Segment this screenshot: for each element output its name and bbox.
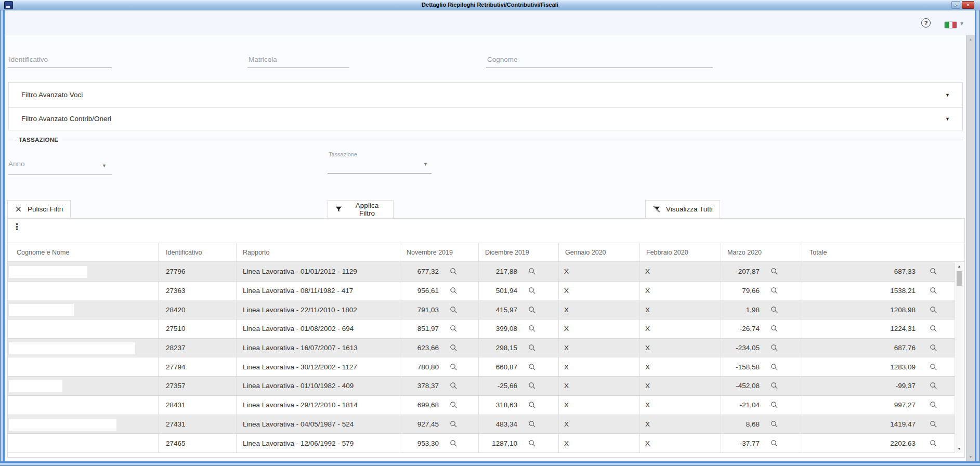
- search-icon[interactable]: [770, 286, 779, 295]
- search-icon[interactable]: [770, 381, 779, 390]
- search-icon[interactable]: [770, 267, 779, 276]
- search-icon[interactable]: [528, 420, 537, 429]
- redacted-name-box: [9, 304, 74, 316]
- search-icon[interactable]: [929, 401, 938, 409]
- kebab-menu-icon[interactable]: ⋮: [12, 222, 21, 231]
- visualizza-tutti-button[interactable]: Visualizza Tutti: [645, 200, 720, 218]
- matricola-input[interactable]: [247, 51, 349, 68]
- column-header-cognome-nome[interactable]: Cognome e Nome: [8, 243, 159, 261]
- search-icon[interactable]: [449, 267, 458, 276]
- cell-value: -234,05: [721, 344, 760, 352]
- search-icon[interactable]: [770, 343, 779, 352]
- window-border-right: [975, 10, 980, 461]
- search-icon[interactable]: [528, 439, 537, 448]
- cell-dicembre-2019: 483,34: [479, 415, 559, 434]
- search-icon[interactable]: [449, 363, 458, 371]
- column-header-dicembre-2019[interactable]: Dicembre 2019: [479, 243, 559, 261]
- table-row: 27357Linea Lavorativa - 01/10/1982 - 409…: [8, 377, 955, 396]
- cell-value: 8,68: [721, 420, 760, 428]
- search-icon[interactable]: [929, 439, 938, 448]
- search-icon[interactable]: [929, 286, 938, 295]
- cell-rapporto: Linea Lavorativa - 29/12/2010 - 1814: [237, 396, 400, 415]
- table-row: 27465Linea Lavorativa - 12/06/1992 - 579…: [8, 434, 955, 453]
- cell-value: 660,87: [479, 363, 517, 371]
- applica-filtro-button[interactable]: Applica Filtro: [328, 200, 394, 218]
- cell-marzo-2020: -234,05: [721, 339, 802, 357]
- column-header-totale[interactable]: Totale: [802, 243, 964, 261]
- search-icon[interactable]: [929, 343, 938, 352]
- search-icon[interactable]: [770, 305, 779, 314]
- search-icon[interactable]: [929, 420, 938, 429]
- cell-rapporto: Linea Lavorativa - 12/06/1992 - 579: [237, 434, 400, 452]
- table-scrollbar[interactable]: ▲ ▼: [955, 262, 963, 453]
- cognome-input[interactable]: [486, 51, 713, 68]
- search-icon[interactable]: [929, 267, 938, 276]
- close-window-button[interactable]: ✕: [962, 1, 974, 9]
- search-icon[interactable]: [449, 343, 458, 352]
- accordion-filtro-avanzato-voci[interactable]: Filtro Avanzato Voci ▼: [8, 82, 963, 108]
- cell-dicembre-2019: 318,63: [479, 396, 559, 415]
- column-header-febbraio-2020[interactable]: Febbraio 2020: [640, 243, 721, 261]
- search-icon[interactable]: [449, 401, 458, 409]
- search-icon[interactable]: [528, 363, 537, 371]
- cell-dicembre-2019: 415,97: [479, 300, 559, 319]
- search-icon[interactable]: [449, 286, 458, 295]
- page-scrollbar[interactable]: ▲ ▼: [966, 35, 975, 461]
- search-icon[interactable]: [528, 401, 537, 409]
- cell-cognome-nome: [8, 339, 159, 357]
- column-header-marzo-2020[interactable]: Marzo 2020: [721, 243, 802, 261]
- search-icon[interactable]: [770, 439, 779, 448]
- tassazione-caret-icon[interactable]: ▼: [423, 162, 428, 167]
- search-icon[interactable]: [449, 439, 458, 448]
- table-row: 27363Linea Lavorativa - 08/11/1982 - 417…: [8, 282, 955, 301]
- column-header-gennaio-2020[interactable]: Gennaio 2020: [559, 243, 640, 261]
- cell-value: 378,37: [400, 382, 439, 390]
- search-icon[interactable]: [770, 324, 779, 333]
- search-icon[interactable]: [528, 267, 537, 276]
- italian-flag-icon[interactable]: [944, 21, 957, 29]
- cell-totale: 1208,98: [802, 300, 955, 319]
- legend-label: TASSAZIONE: [19, 137, 58, 143]
- search-icon[interactable]: [770, 401, 779, 409]
- anno-select[interactable]: Anno: [8, 160, 25, 168]
- tassazione-select[interactable]: [328, 173, 432, 174]
- cell-gennaio-2020: X: [559, 339, 640, 357]
- filter-off-icon: [652, 205, 661, 214]
- cell-gennaio-2020: X: [559, 357, 640, 376]
- cell-identificativo: 28237: [159, 339, 237, 357]
- search-icon[interactable]: [929, 305, 938, 314]
- help-icon[interactable]: ?: [921, 18, 931, 28]
- page-scroll-down-arrow-icon[interactable]: ▼: [966, 454, 975, 460]
- search-icon[interactable]: [929, 324, 938, 333]
- language-caret-icon[interactable]: ▾: [960, 20, 963, 27]
- search-icon[interactable]: [449, 324, 458, 333]
- search-icon[interactable]: [449, 305, 458, 314]
- cell-value: -207,87: [721, 268, 760, 275]
- restore-window-button[interactable]: ↗: [951, 1, 960, 9]
- search-icon[interactable]: [528, 343, 537, 352]
- pulisci-filtri-button[interactable]: Pulisci Filtri: [7, 200, 71, 218]
- scroll-up-arrow-icon[interactable]: ▲: [955, 263, 963, 270]
- scroll-down-arrow-icon[interactable]: ▼: [955, 446, 963, 452]
- page-scroll-up-arrow-icon[interactable]: ▲: [966, 36, 975, 43]
- table-scrollbar-thumb[interactable]: [957, 271, 962, 286]
- column-header-rapporto[interactable]: Rapporto: [237, 243, 400, 261]
- search-icon[interactable]: [449, 420, 458, 429]
- search-icon[interactable]: [528, 381, 537, 390]
- search-icon[interactable]: [528, 324, 537, 333]
- table-row: 27796Linea Lavorativa - 01/01/2012 - 112…: [8, 262, 955, 282]
- search-icon[interactable]: [770, 363, 779, 371]
- column-header-identificativo[interactable]: Identificativo: [159, 243, 237, 261]
- search-icon[interactable]: [449, 381, 458, 390]
- column-header-novembre-2019[interactable]: Novembre 2019: [400, 243, 479, 261]
- search-icon[interactable]: [528, 305, 537, 314]
- accordion-filtro-avanzato-contrib-oneri[interactable]: Filtro Avanzato Contrib/Oneri ▼: [8, 107, 963, 130]
- anno-caret-icon[interactable]: ▼: [102, 163, 107, 168]
- search-icon[interactable]: [770, 420, 779, 429]
- search-icon[interactable]: [528, 286, 537, 295]
- search-icon[interactable]: [929, 381, 938, 390]
- search-icon[interactable]: [929, 363, 938, 371]
- identificativo-input[interactable]: [8, 51, 112, 68]
- cell-value: -99,37: [802, 382, 916, 390]
- cell-dicembre-2019: 1287,10: [479, 434, 559, 452]
